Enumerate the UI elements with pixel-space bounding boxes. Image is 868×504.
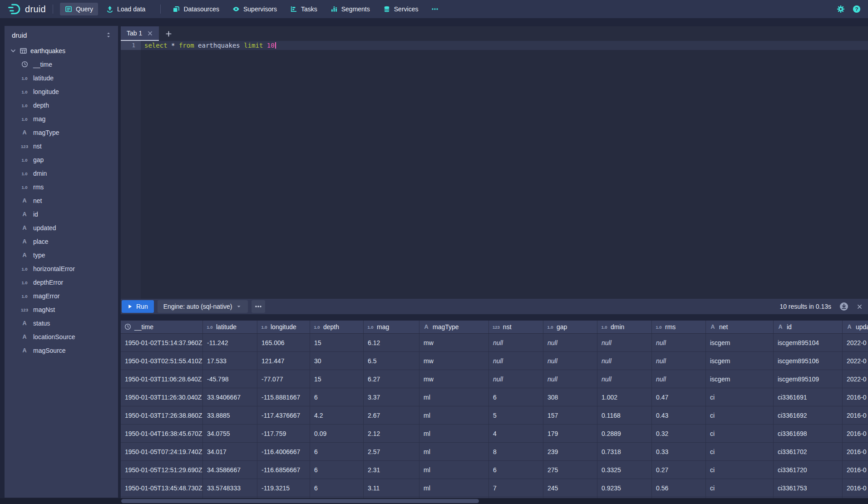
- sidebar-column-longitude[interactable]: 1.0longitude: [5, 85, 118, 99]
- cell-mag[interactable]: 3.37: [364, 388, 419, 406]
- cell-id[interactable]: ci3361720: [774, 461, 843, 479]
- cell-magtype[interactable]: ml: [419, 461, 489, 479]
- sidebar-column-rms[interactable]: 1.0rms: [5, 180, 118, 194]
- cell-magtype[interactable]: ml: [419, 388, 489, 406]
- cell-rms[interactable]: 0.33: [652, 443, 706, 460]
- cell-id[interactable]: ci3361692: [774, 406, 843, 424]
- column-header-net[interactable]: Anet: [706, 321, 774, 333]
- cell-latitude[interactable]: 33.9406667: [203, 388, 257, 406]
- cell-magtype[interactable]: ml: [419, 479, 489, 497]
- cell-magtype[interactable]: ml: [419, 406, 489, 424]
- cell-latitude[interactable]: 34.0755: [203, 425, 257, 442]
- column-header-updated[interactable]: Aupdated: [843, 321, 868, 333]
- cell-mag[interactable]: 6.5: [364, 352, 419, 370]
- cell-depth[interactable]: 30: [310, 352, 364, 370]
- cell-dmin[interactable]: null: [597, 370, 652, 388]
- cell-nst[interactable]: null: [489, 352, 543, 370]
- cell-depth[interactable]: 15: [310, 334, 364, 351]
- sidebar-column-type[interactable]: Atype: [5, 248, 118, 262]
- cell-updated[interactable]: 2022-0: [843, 370, 868, 388]
- cell-time[interactable]: 1950-01-02T15:14:37.960Z: [121, 334, 203, 351]
- schema-sort-button[interactable]: [105, 32, 112, 38]
- cell-gap[interactable]: null: [543, 334, 597, 351]
- tree-table-earthquakes[interactable]: earthquakes: [5, 44, 118, 58]
- nav-item-load-data[interactable]: Load data: [101, 3, 150, 15]
- column-header-latitude[interactable]: 1.0latitude: [203, 321, 257, 333]
- cell-magtype[interactable]: ml: [419, 425, 489, 442]
- cell-mag[interactable]: 6.12: [364, 334, 419, 351]
- druid-logo[interactable]: druid: [7, 3, 46, 15]
- cell-depth[interactable]: 6: [310, 461, 364, 479]
- column-header-depth[interactable]: 1.0depth: [310, 321, 364, 333]
- query-more-button[interactable]: [252, 300, 265, 313]
- cell-rms[interactable]: 0.32: [652, 425, 706, 442]
- cell-depth[interactable]: 6: [310, 479, 364, 497]
- nav-item-datasources[interactable]: Datasources: [168, 3, 224, 15]
- cell-longitude[interactable]: -116.4006667: [257, 443, 310, 460]
- cell-updated[interactable]: 2022-0: [843, 352, 868, 370]
- cell-time[interactable]: 1950-01-05T12:51:29.690Z: [121, 461, 203, 479]
- column-header-gap[interactable]: 1.0gap: [543, 321, 597, 333]
- sql-line[interactable]: select * from earthquakes limit 10: [141, 41, 868, 50]
- cell-rms[interactable]: 0.27: [652, 461, 706, 479]
- cell-time[interactable]: 1950-01-03T02:51:55.410Z: [121, 352, 203, 370]
- nav-item-tasks[interactable]: Tasks: [285, 3, 322, 15]
- cell-net[interactable]: ci: [706, 443, 774, 460]
- column-header-id[interactable]: Aid: [774, 321, 843, 333]
- column-header-dmin[interactable]: 1.0dmin: [597, 321, 652, 333]
- cell-net[interactable]: ci: [706, 388, 774, 406]
- cell-latitude[interactable]: -45.798: [203, 370, 257, 388]
- cell-dmin[interactable]: 1.002: [597, 388, 652, 406]
- cell-nst[interactable]: 8: [489, 443, 543, 460]
- sidebar-column-nst[interactable]: 123nst: [5, 139, 118, 153]
- cell-depth[interactable]: 0.09: [310, 425, 364, 442]
- nav-item-query[interactable]: Query: [60, 3, 98, 15]
- column-header-magtype[interactable]: AmagType: [419, 321, 489, 333]
- cell-magtype[interactable]: mw: [419, 352, 489, 370]
- sql-editor[interactable]: 1 select * from earthquakes limit 10: [121, 41, 868, 299]
- cell-longitude[interactable]: -119.3215: [257, 479, 310, 497]
- horizontal-scrollbar-thumb[interactable]: [121, 499, 479, 503]
- cell-gap[interactable]: 308: [543, 388, 597, 406]
- cell-latitude[interactable]: 34.017: [203, 443, 257, 460]
- sidebar-column-magtype[interactable]: AmagType: [5, 126, 118, 139]
- sidebar-column-horizontalerror[interactable]: 1.0horizontalError: [5, 262, 118, 276]
- cell-gap[interactable]: 245: [543, 479, 597, 497]
- cell-dmin[interactable]: 0.9235: [597, 479, 652, 497]
- close-results-button[interactable]: [857, 304, 863, 310]
- cell-magtype[interactable]: ml: [419, 443, 489, 460]
- cell-rms[interactable]: 0.56: [652, 479, 706, 497]
- cell-mag[interactable]: 2.31: [364, 461, 419, 479]
- cell-updated[interactable]: 2016-0: [843, 479, 868, 497]
- cell-magtype[interactable]: mw: [419, 334, 489, 351]
- column-header-mag[interactable]: 1.0mag: [364, 321, 419, 333]
- cell-nst[interactable]: null: [489, 334, 543, 351]
- add-tab-button[interactable]: [159, 30, 178, 37]
- sidebar-column-updated[interactable]: Aupdated: [5, 221, 118, 235]
- cell-gap[interactable]: 179: [543, 425, 597, 442]
- sidebar-column-status[interactable]: Astatus: [5, 316, 118, 330]
- nav-item-segments[interactable]: Segments: [326, 3, 375, 15]
- cell-time[interactable]: 1950-01-05T07:24:19.740Z: [121, 443, 203, 460]
- cell-rms[interactable]: null: [652, 370, 706, 388]
- cell-net[interactable]: iscgem: [706, 352, 774, 370]
- sidebar-column-latitude[interactable]: 1.0latitude: [5, 71, 118, 85]
- sidebar-column-net[interactable]: Anet: [5, 194, 118, 208]
- engine-select-button[interactable]: Engine: auto (sql-native): [158, 300, 248, 313]
- cell-updated[interactable]: 2016-0: [843, 388, 868, 406]
- cell-time[interactable]: 1950-01-03T17:26:38.860Z: [121, 406, 203, 424]
- run-button[interactable]: Run: [122, 300, 154, 313]
- sidebar-column-depth[interactable]: 1.0depth: [5, 99, 118, 112]
- cell-gap[interactable]: 157: [543, 406, 597, 424]
- settings-button[interactable]: [837, 5, 845, 13]
- sidebar-column-magsource[interactable]: AmagSource: [5, 344, 118, 357]
- cell-net[interactable]: ci: [706, 425, 774, 442]
- cell-rms[interactable]: 0.43: [652, 406, 706, 424]
- cell-gap[interactable]: 239: [543, 443, 597, 460]
- cell-nst[interactable]: 6: [489, 461, 543, 479]
- cell-nst[interactable]: 5: [489, 406, 543, 424]
- cell-updated[interactable]: 2022-0: [843, 334, 868, 351]
- editor-code[interactable]: select * from earthquakes limit 10: [141, 41, 868, 299]
- cell-net[interactable]: ci: [706, 461, 774, 479]
- cell-depth[interactable]: 4.2: [310, 406, 364, 424]
